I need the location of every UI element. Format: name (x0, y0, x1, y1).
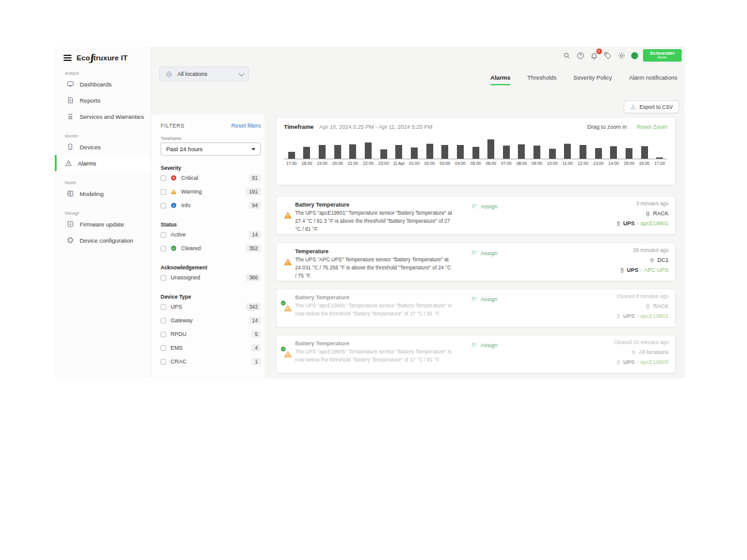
sidebar-item-services-warranties[interactable]: Services and Warranties (55, 108, 151, 124)
warning-icon (283, 211, 293, 220)
reset-filters-link[interactable]: Reset filters (231, 123, 261, 129)
assign-button[interactable]: Assign (471, 296, 497, 302)
alarm-card[interactable]: Battery Temperature The UPS "apcE19901" … (276, 196, 675, 235)
sidebar-item-devices[interactable]: Devices (55, 139, 151, 155)
filters-title: FILTERS (161, 123, 185, 129)
nav-section-analyze: Analyze (65, 71, 151, 75)
sidebar-item-modeling[interactable]: Modeling (55, 185, 151, 202)
checkbox[interactable] (161, 232, 166, 238)
x-tick-label: 17:00 (652, 161, 667, 166)
checkbox[interactable] (161, 189, 166, 195)
assign-label: Assign (481, 250, 497, 256)
checkbox[interactable] (161, 359, 166, 365)
app-window: Ecoʃtruxure IT Analyze Dashboards Report… (55, 47, 685, 378)
user-avatar[interactable] (631, 52, 639, 60)
chart-bar (406, 147, 422, 159)
alarm-card[interactable]: Battery Temperature The UPS "apcE19905" … (276, 335, 675, 373)
filter-option-warning[interactable]: Warning 191 (161, 185, 261, 198)
warning-icon (283, 258, 293, 266)
alarm-location: RACK (616, 210, 669, 217)
bell-icon[interactable]: 9 (590, 51, 599, 60)
main-area: 9 Schneider Electric All locations Alarm… (151, 47, 685, 378)
alarm-location-label: DC1 (657, 257, 669, 263)
sidebar-item-device-configuration[interactable]: Device configuration (55, 232, 151, 248)
checkbox[interactable] (161, 203, 166, 208)
checkbox[interactable] (161, 304, 166, 310)
breadcrumb-chevron: › (640, 267, 642, 273)
nav-section-manage: Manage (65, 211, 151, 215)
x-tick-label: 16:00 (637, 161, 652, 166)
sidebar-item-alarms[interactable]: Alarms (55, 155, 151, 171)
filter-count-badge: 342 (246, 303, 261, 310)
menu-icon[interactable] (63, 55, 72, 61)
assign-button[interactable]: Assign (471, 203, 497, 210)
gear-icon[interactable] (617, 51, 626, 60)
chart-bar (422, 144, 438, 159)
filter-group-acknowledgement: Acknowledgement (161, 264, 261, 271)
pin-icon (649, 258, 655, 263)
checkbox[interactable] (161, 175, 166, 181)
chart-bar (621, 148, 637, 159)
filter-option-gateway[interactable]: Gateway 14 (161, 314, 261, 327)
filter-option-unassigned[interactable]: Unassigned 366 (161, 271, 261, 284)
chevron-down-icon (238, 70, 245, 77)
alarm-time: 26 minutes ago (619, 247, 669, 253)
x-tick-label: 11 Apr (391, 161, 406, 166)
alarm-histogram[interactable]: 17:0018:0019:0020:0021:0022:0023:0011 Ap… (284, 136, 667, 166)
assign-button[interactable]: Assign (471, 250, 497, 256)
logo-post: truxure IT (93, 54, 128, 62)
filter-option-rpdu[interactable]: RPDU 5 (161, 327, 261, 341)
breadcrumb-chevron: › (636, 313, 638, 319)
download-icon (630, 104, 636, 110)
tab-severity-policy[interactable]: Severity Policy (573, 74, 612, 85)
device-link[interactable]: APC UPS (644, 267, 669, 273)
tab-thresholds[interactable]: Thresholds (527, 74, 557, 85)
sidebar-item-firmware-update[interactable]: Firmware update (55, 216, 151, 232)
filter-option-info[interactable]: Info 94 (161, 198, 261, 212)
filter-option-label: EMS (171, 345, 183, 351)
filter-count-badge: 4 (251, 344, 261, 352)
filter-count-badge: 81 (249, 174, 261, 182)
help-icon[interactable] (576, 51, 585, 60)
reset-zoom-link[interactable]: Reset Zoom (637, 124, 667, 130)
alarm-title: Battery Temperature (295, 294, 349, 301)
device-link[interactable]: apcE19905 (640, 359, 669, 365)
tag-icon[interactable] (603, 51, 613, 60)
chart-bar (606, 146, 621, 159)
search-icon[interactable] (562, 51, 571, 60)
alarm-card[interactable]: Battery Temperature The UPS "apcE19901" … (276, 289, 675, 327)
export-to-csv-button[interactable]: Export to CSV (624, 100, 679, 113)
checkbox[interactable] (161, 246, 166, 251)
warning-icon (171, 189, 177, 195)
sidebar-item-reports[interactable]: Reports (55, 92, 151, 108)
filter-count-badge: 366 (246, 274, 261, 281)
device-config-icon (67, 236, 74, 244)
tab-alarm-notifications[interactable]: Alarm notifications (629, 74, 677, 85)
cleared-check-icon (281, 347, 286, 352)
filter-option-critical[interactable]: Critical 81 (161, 171, 261, 185)
checkbox[interactable] (161, 318, 166, 324)
filter-option-active[interactable]: Active 14 (161, 228, 261, 241)
filter-option-ups[interactable]: UPS 342 (161, 300, 261, 314)
alarm-card[interactable]: Temperature The UPS "APC UPS" Temperatur… (276, 243, 675, 281)
chart-bar (637, 146, 652, 159)
checkbox[interactable] (161, 275, 166, 281)
device-link[interactable]: apcE19901 (640, 220, 669, 226)
timeframe-range: Apr 10, 2024 5:25 PM - Apr 11, 2024 5:25… (319, 124, 433, 130)
alarm-location: DC1 (619, 257, 669, 263)
x-tick-label: 02:00 (422, 161, 438, 166)
tab-alarms[interactable]: Alarms (491, 74, 510, 85)
device-type-label: UPS (623, 313, 635, 319)
filter-option-cleared[interactable]: Cleared 352 (161, 241, 261, 255)
sidebar-item-dashboards[interactable]: Dashboards (55, 76, 151, 92)
timeframe-select[interactable]: Past 24 hours (161, 142, 261, 156)
location-selector[interactable]: All locations (159, 67, 249, 82)
checkbox[interactable] (161, 345, 166, 351)
schneider-logo[interactable]: Schneider Electric (643, 49, 682, 62)
filter-option-ems[interactable]: EMS 4 (161, 341, 261, 355)
device-link[interactable]: apcE19901 (640, 313, 669, 319)
rack-icon (645, 211, 651, 217)
filter-option-crac[interactable]: CRAC 1 (161, 355, 261, 368)
checkbox[interactable] (161, 332, 166, 337)
assign-button[interactable]: Assign (471, 342, 497, 348)
